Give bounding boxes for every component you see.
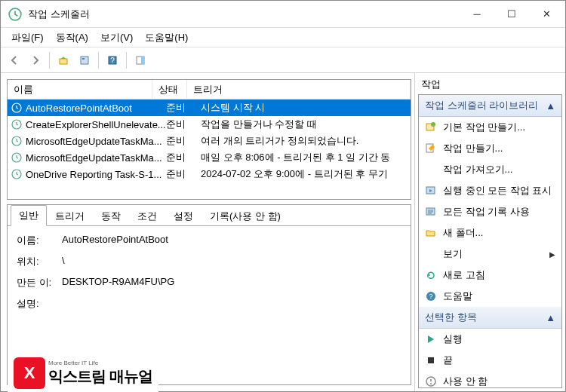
tab-0[interactable]: 일반 <box>11 205 47 226</box>
task-list-panel: 이름 상태 트리거 AutoRestorePointAtBoot준비시스템 시작… <box>7 79 411 200</box>
task-state: 준비 <box>166 118 201 131</box>
task-row[interactable]: MicrosoftEdgeUpdateTaskMa...준비매일 오후 8:06… <box>8 149 411 166</box>
action-history[interactable]: 모든 작업 기록 사용 <box>419 201 561 222</box>
label-author: 만든 이: <box>17 276 62 289</box>
watermark-logo: X <box>14 357 45 389</box>
task-trigger: 매일 오후 8:06에 - 트리거된 후 1 일 기간 동 <box>201 151 411 164</box>
tab-1[interactable]: 트리거 <box>47 206 93 226</box>
action-label: 새 폴더... <box>443 226 483 240</box>
maximize-button[interactable]: ☐ <box>494 3 529 26</box>
label-location: 위치: <box>17 255 62 268</box>
task-name: MicrosoftEdgeUpdateTaskMa... <box>26 152 166 164</box>
task-state: 준비 <box>166 167 201 181</box>
close-button[interactable]: ✕ <box>529 3 564 26</box>
svg-rect-2 <box>81 57 88 64</box>
action-label: 도움말 <box>443 289 472 303</box>
running-icon <box>425 185 437 197</box>
view-icon <box>425 248 437 260</box>
tab-2[interactable]: 동작 <box>93 206 129 226</box>
run-icon <box>425 333 437 345</box>
task-name: AutoRestorePointAtBoot <box>26 103 166 114</box>
action-label: 기본 작업 만들기... <box>443 121 525 134</box>
titlebar: 작업 스케줄러 ─ ☐ ✕ <box>1 1 565 28</box>
refresh-icon <box>425 269 437 281</box>
detail-tabs: 일반트리거동작조건설정기록(사용 안 함) <box>8 205 411 226</box>
task-name: MicrosoftEdgeUpdateTaskMa... <box>26 136 166 147</box>
svg-rect-3 <box>82 58 85 60</box>
svg-text:?: ? <box>110 57 115 65</box>
tab-5[interactable]: 기록(사용 안 함) <box>201 206 289 226</box>
clock-icon <box>11 152 23 164</box>
tab-3[interactable]: 조건 <box>129 206 165 226</box>
disable-icon <box>425 375 437 387</box>
menu-help[interactable]: 도움말(H) <box>140 29 192 46</box>
svg-rect-1 <box>60 59 67 64</box>
label-name: 이름: <box>17 234 62 247</box>
action-help[interactable]: ?도움말 <box>419 286 561 307</box>
watermark: X More Better IT Life 익스트림 매뉴얼 <box>8 354 158 392</box>
actions-pane: 작업 작업 스케줄러 라이브러리 ▲ 기본 작업 만들기...작업 만들기...… <box>414 73 565 391</box>
actions-section-library[interactable]: 작업 스케줄러 라이브러리 ▲ <box>419 95 561 117</box>
task-name: OneDrive Reporting Task-S-1... <box>26 169 166 180</box>
action-folder[interactable]: 새 폴더... <box>419 222 561 243</box>
column-name[interactable]: 이름 <box>8 80 152 100</box>
action-label: 작업 가져오기... <box>443 163 512 176</box>
menu-file[interactable]: 파일(F) <box>7 29 48 46</box>
minimize-button[interactable]: ─ <box>460 3 494 26</box>
toolbar-divider <box>49 52 50 69</box>
action-new-task[interactable]: 기본 작업 만들기... <box>419 117 561 138</box>
actions-title: 작업 <box>418 78 562 94</box>
action-run[interactable]: 실행 <box>419 329 561 350</box>
task-state: 준비 <box>166 134 201 148</box>
properties-button[interactable] <box>75 51 94 69</box>
action-end[interactable]: 끝 <box>419 350 561 371</box>
toolbar-divider <box>126 52 127 69</box>
end-icon <box>425 354 437 366</box>
help-button[interactable]: ? <box>103 51 122 69</box>
chevron-right-icon: ▶ <box>549 250 555 259</box>
action-disable[interactable]: 사용 안 함 <box>419 371 561 388</box>
forward-button[interactable] <box>26 51 45 69</box>
watermark-text: 익스트림 매뉴얼 <box>48 366 152 387</box>
svg-point-22 <box>430 383 432 384</box>
action-import[interactable]: 작업 가져오기... <box>419 159 561 180</box>
menu-view[interactable]: 보기(V) <box>96 29 137 46</box>
column-trigger[interactable]: 트리거 <box>187 80 411 100</box>
app-icon <box>8 8 22 21</box>
task-list-header: 이름 상태 트리거 <box>8 80 411 100</box>
task-row[interactable]: OneDrive Reporting Task-S-1...준비2024-07-… <box>8 166 411 182</box>
menu-action[interactable]: 동작(A) <box>51 29 93 46</box>
svg-point-14 <box>431 122 435 127</box>
menubar: 파일(F) 동작(A) 보기(V) 도움말(H) <box>1 28 565 47</box>
column-state[interactable]: 상태 <box>152 80 187 100</box>
action-label: 새로 고침 <box>443 268 485 282</box>
toolbar-divider <box>98 52 99 69</box>
actions-pane-button[interactable] <box>131 51 149 69</box>
action-refresh[interactable]: 새로 고침 <box>419 265 561 286</box>
action-label: 실행 중인 모든 작업 표시 <box>443 184 552 198</box>
task-trigger: 여러 개의 트리거가 정의되었습니다. <box>201 134 411 148</box>
action-label: 끝 <box>443 354 453 367</box>
clock-icon <box>11 102 23 114</box>
label-description: 설명: <box>17 297 62 311</box>
svg-rect-7 <box>141 57 144 64</box>
up-button[interactable] <box>54 51 72 69</box>
tab-4[interactable]: 설정 <box>165 206 201 226</box>
new-task-icon <box>425 121 437 133</box>
action-running[interactable]: 실행 중인 모든 작업 표시 <box>419 180 561 201</box>
task-trigger: 시스템 시작 시 <box>201 101 411 115</box>
action-label: 작업 만들기... <box>443 142 503 155</box>
value-author: DESKTOP-R9AM4FU\PG <box>62 276 401 289</box>
task-row[interactable]: CreateExplorerShellUnelevate...준비작업을 만들거… <box>8 116 411 133</box>
action-view[interactable]: 보기▶ <box>419 243 561 265</box>
actions-section-selected[interactable]: 선택한 항목 ▲ <box>419 307 561 329</box>
task-list-body: AutoRestorePointAtBoot준비시스템 시작 시CreateEx… <box>8 100 411 182</box>
folder-icon <box>425 227 437 239</box>
task-row[interactable]: AutoRestorePointAtBoot준비시스템 시작 시 <box>8 100 411 116</box>
action-label: 모든 작업 기록 사용 <box>443 205 530 219</box>
task-row[interactable]: MicrosoftEdgeUpdateTaskMa...준비여러 개의 트리거가… <box>8 133 411 149</box>
value-name: AutoRestorePointAtBoot <box>62 234 401 247</box>
action-create-task[interactable]: 작업 만들기... <box>419 138 561 159</box>
back-button[interactable] <box>5 51 23 69</box>
value-description <box>62 297 401 311</box>
